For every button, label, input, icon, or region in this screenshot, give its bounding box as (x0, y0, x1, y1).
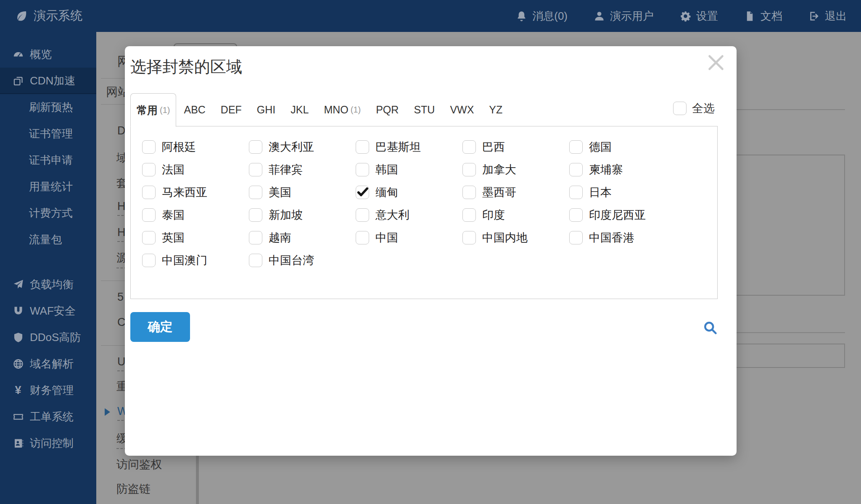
sidebar-item-财务管理[interactable]: ¥财务管理 (0, 377, 96, 404)
nav-item-2[interactable]: 演示用户 (594, 9, 654, 24)
region-checkbox[interactable] (462, 186, 476, 199)
sidebar-item-负载均衡[interactable]: 负载均衡 (0, 271, 96, 298)
region-checkbox[interactable] (142, 254, 156, 267)
region-item-英国[interactable]: 英国 (142, 226, 249, 249)
sidebar-item-WAF安全[interactable]: WAF安全 (0, 298, 96, 324)
nav-item-5[interactable]: 退出 (808, 9, 847, 24)
tab-YZ[interactable]: YZ (481, 93, 510, 126)
nav-item-label: 退出 (825, 9, 847, 24)
brand[interactable]: 演示系统 (0, 8, 82, 24)
nav-item-1[interactable]: 消息(0) (516, 9, 568, 24)
sidebar-item-CDN加速[interactable]: CDN加速 (0, 68, 96, 94)
region-checkbox[interactable] (356, 140, 369, 154)
region-item-泰国[interactable]: 泰国 (142, 204, 249, 226)
sidebar-item-label: DDoS高防 (30, 330, 81, 345)
region-item-德国[interactable]: 德国 (569, 136, 676, 158)
region-item-巴基斯坦[interactable]: 巴基斯坦 (356, 136, 462, 158)
region-checkbox[interactable] (569, 186, 583, 199)
confirm-button[interactable]: 确定 (130, 312, 190, 342)
region-item-法国[interactable]: 法国 (142, 158, 249, 181)
region-checkbox[interactable] (249, 231, 262, 244)
leaf-logo-icon (15, 10, 28, 22)
region-item-加拿大[interactable]: 加拿大 (462, 158, 569, 181)
region-checkbox[interactable] (569, 231, 583, 244)
region-checkbox[interactable] (462, 208, 476, 222)
search-icon[interactable] (703, 320, 718, 335)
region-checkbox[interactable] (569, 208, 583, 222)
region-item-澳大利亚[interactable]: 澳大利亚 (249, 136, 356, 158)
region-item-印度[interactable]: 印度 (462, 204, 569, 226)
region-item-中国台湾[interactable]: 中国台湾 (249, 249, 356, 272)
region-label: 中国澳门 (162, 253, 207, 268)
tab-PQR[interactable]: PQR (368, 93, 406, 126)
region-checkbox[interactable] (142, 140, 156, 154)
region-checkbox-checked[interactable] (356, 186, 369, 199)
region-item-巴西[interactable]: 巴西 (462, 136, 569, 158)
region-item-韩国[interactable]: 韩国 (356, 158, 462, 181)
region-item-菲律宾[interactable]: 菲律宾 (249, 158, 356, 181)
tab-JKL[interactable]: JKL (283, 93, 316, 126)
region-checkbox[interactable] (142, 186, 156, 199)
tab-GHI[interactable]: GHI (249, 93, 283, 126)
sidebar-item-工单系统[interactable]: 工单系统 (0, 404, 96, 430)
region-checkbox[interactable] (569, 163, 583, 176)
region-item-墨西哥[interactable]: 墨西哥 (462, 181, 569, 204)
region-item-中国内地[interactable]: 中国内地 (462, 226, 569, 249)
region-item-越南[interactable]: 越南 (249, 226, 356, 249)
region-checkbox[interactable] (249, 163, 262, 176)
select-all-label: 全选 (692, 101, 715, 116)
close-icon[interactable] (706, 53, 726, 72)
sidebar-item-证书申请[interactable]: 证书申请 (0, 147, 96, 173)
region-checkbox[interactable] (356, 208, 369, 222)
region-checkbox[interactable] (249, 140, 262, 154)
region-item-中国[interactable]: 中国 (356, 226, 462, 249)
sidebar-item-计费方式[interactable]: 计费方式 (0, 200, 96, 226)
region-item-缅甸[interactable]: 缅甸 (356, 181, 462, 204)
tab-MNO[interactable]: MNO(1) (316, 93, 368, 126)
nav-item-label: 消息(0) (532, 9, 568, 24)
region-item-印度尼西亚[interactable]: 印度尼西亚 (569, 204, 676, 226)
tab-STU[interactable]: STU (406, 93, 442, 126)
sidebar-item-流量包[interactable]: 流量包 (0, 226, 96, 253)
region-checkbox[interactable] (142, 231, 156, 244)
nav-item-3[interactable]: 设置 (680, 9, 718, 24)
region-checkbox[interactable] (356, 231, 369, 244)
region-checkbox[interactable] (356, 163, 369, 176)
region-item-柬埔寨[interactable]: 柬埔寨 (569, 158, 676, 181)
sidebar-item-概览[interactable]: 概览 (0, 41, 96, 68)
region-checkbox[interactable] (462, 231, 476, 244)
region-checkbox[interactable] (249, 254, 262, 267)
region-item-意大利[interactable]: 意大利 (356, 204, 462, 226)
region-item-日本[interactable]: 日本 (569, 181, 676, 204)
region-item-阿根廷[interactable]: 阿根廷 (142, 136, 249, 158)
region-checkbox[interactable] (249, 208, 262, 222)
region-checkbox[interactable] (462, 140, 476, 154)
region-checkbox[interactable] (142, 163, 156, 176)
sidebar-item-DDoS高防[interactable]: DDoS高防 (0, 324, 96, 351)
region-item-新加坡[interactable]: 新加坡 (249, 204, 356, 226)
tab-label: ABC (184, 104, 205, 116)
region-item-美国[interactable]: 美国 (249, 181, 356, 204)
select-all-checkbox[interactable] (673, 102, 687, 115)
select-all[interactable]: 全选 (673, 101, 715, 116)
tab-label: MNO (324, 104, 348, 116)
tab-常用[interactable]: 常用(1) (130, 93, 176, 127)
sidebar-item-域名解析[interactable]: 域名解析 (0, 351, 96, 377)
sidebar-item-用量统计[interactable]: 用量统计 (0, 173, 96, 200)
tab-ABC[interactable]: ABC (176, 93, 213, 126)
region-checkbox[interactable] (249, 186, 262, 199)
region-checkbox[interactable] (462, 163, 476, 176)
tab-VWX[interactable]: VWX (442, 93, 481, 126)
region-checkbox[interactable] (569, 140, 583, 154)
sidebar-item-证书管理[interactable]: 证书管理 (0, 121, 96, 147)
sidebar-item-访问控制[interactable]: 访问控制 (0, 430, 96, 457)
nav-item-4[interactable]: 文档 (744, 9, 782, 24)
sidebar-item-刷新预热[interactable]: 刷新预热 (0, 94, 96, 121)
region-item-中国澳门[interactable]: 中国澳门 (142, 249, 249, 272)
region-item-马来西亚[interactable]: 马来西亚 (142, 181, 249, 204)
bell-icon (516, 10, 527, 22)
sidebar-item-label: 证书管理 (29, 126, 73, 141)
tab-DEF[interactable]: DEF (213, 93, 249, 126)
region-checkbox[interactable] (142, 208, 156, 222)
region-item-中国香港[interactable]: 中国香港 (569, 226, 676, 249)
